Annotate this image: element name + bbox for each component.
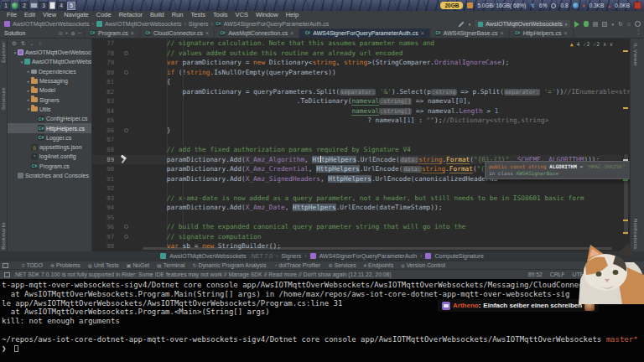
tab-aws4signerforqueryparameterauth-cs[interactable]: C#AWS4SignerForQueryParameterAuth.cs× [299,28,430,38]
gutter-line-85[interactable]: 85 [92,116,146,126]
tree-item-awsiotmqttoverwebsockets[interactable]: ▾AwsIOTMqttOverWebsockets [8,57,91,66]
breadcrumb-item[interactable]: AWS4SignerForQueryParameterAuth.cs [224,21,329,27]
fold-marker-icon[interactable] [124,128,128,132]
tree-item-confighelper-cs[interactable]: C#ConfigHelper.cs [8,114,91,123]
menu-code[interactable]: Code [93,11,115,19]
gutter-line-87[interactable]: 87 [92,135,146,145]
tree-item-httphelpers-cs[interactable]: C#HttpHelpers.cs [8,123,91,132]
code-line-87[interactable] [151,135,630,145]
workspace-4[interactable]: 4 [57,2,65,10]
gutter-line-81[interactable]: 81 [92,77,146,87]
toolwindow-dynamic-program-analysis[interactable]: ↻Dynamic Program Analysis [192,262,266,268]
code-line-83[interactable]: .ToDictionary(nameval:string[] => nameva… [151,96,630,106]
caret-position[interactable]: 89:52 [528,272,543,277]
code-line-84[interactable]: nameval:string[] => nameval.Length > 1 [151,106,630,116]
toolstrip-structure[interactable]: Structure [1,87,6,110]
prev-issue-arrow[interactable]: ∧ [603,41,606,48]
menu-build[interactable]: Build [147,11,168,19]
terminal-window[interactable]: t-app-mqtt-over-websockets-sigv4/Dotnet … [0,279,644,362]
tab-cloudconnector-cs[interactable]: C#CloudConnector.cs× [140,28,215,38]
run-configuration-select[interactable]: AwsIOTMqttOverWebsockets ▾ [475,20,570,28]
menu-window[interactable]: Window [252,11,282,19]
toolstrip-il-viewer[interactable]: IL Viewer [633,44,638,66]
coverage-button[interactable] [602,22,607,27]
toolwindow-endpoints[interactable]: #Endpoints [364,262,394,268]
wrench-icon[interactable] [458,21,464,27]
tree-item-awsiotmqttoverwebsockets[interactable]: ▾AwsIOTMqttOverWebsockets [8,48,91,57]
intention-hammer-icon[interactable] [120,156,127,163]
gutter-line-91[interactable]: 91 [92,174,146,184]
menu-tests[interactable]: Tests [188,11,210,19]
code-line-86[interactable]: } [151,126,630,136]
gutter-line-95[interactable]: 95 [92,213,146,223]
explorer-toolbar-icon[interactable]: ○ [39,40,42,46]
tab-overflow-icon[interactable]: ⋮ [636,28,644,38]
stop-button[interactable] [593,22,598,27]
gutter-line-93[interactable]: 93 [92,194,146,204]
breadcrumb-item[interactable]: Signers [282,253,302,259]
run-button[interactable] [574,21,579,28]
gutter-line-98[interactable]: 98 [92,241,146,251]
menu-run[interactable]: Run [169,11,187,19]
gutter-line-86[interactable]: 86 [92,126,146,136]
panel-header-icon[interactable]: ⚙ [70,30,75,36]
breadcrumb-item[interactable]: AwsIOTMqttOverWebsockets [13,21,90,27]
gutter-line-89[interactable]: 89 [92,155,146,165]
menu-tools[interactable]: Tools [210,11,231,19]
terminal-prompt-line[interactable]: ❯ [2,344,644,354]
editor-gutter[interactable]: 7778798081828384858687888990919293949596… [92,39,146,251]
code-line-92[interactable] [151,184,630,194]
breadcrumb-item[interactable]: Signers [189,21,209,27]
tab-awsmqttconnection-cs[interactable]: C#AwsMqttConnection.cs× [215,28,299,38]
code-line-77[interactable]: // signature calculation. Note that this… [151,39,630,49]
explorer-toolbar-icon[interactable]: ⌄ [29,40,34,47]
breadcrumb-item[interactable]: ComputeSignature [434,253,483,259]
code-line-78[interactable]: // values added outside this routine are… [151,49,630,59]
code-line-97[interactable]: // signature computation [151,232,630,242]
toolwindow-terminal[interactable]: ▤Terminal [157,262,184,268]
fold-marker-icon[interactable] [124,51,128,55]
gutter-line-84[interactable]: 84 [92,106,146,116]
gutter-line-94[interactable]: 94 [92,203,146,213]
tab-aws4signerbase-cs[interactable]: C#AWS4SignerBase.cs× [430,28,510,38]
tab-close-icon[interactable]: × [205,30,209,36]
toolwindow-services[interactable]: ⚙Services [328,262,356,268]
settings-gear-icon[interactable] [635,21,641,27]
workspace-switcher[interactable]: 12345 [0,2,75,10]
workspace-1[interactable]: 1 [2,2,10,10]
tree-item-log4net-config[interactable]: *log4net.config [8,152,91,161]
gutter-line-82[interactable]: 82 [92,87,146,97]
menu-vcs[interactable]: VCS [232,11,252,19]
workspace-2[interactable]: 2 [20,2,29,10]
gutter-line-90[interactable]: 90 [92,164,146,174]
gutter-line-96[interactable]: 96 [92,222,146,232]
panel-header-icon[interactable]: ⊙ [59,30,63,36]
code-line-82[interactable]: paramDictionary = queryParameters.Split(… [151,87,630,97]
toolstrip-explorer[interactable]: Explorer [1,42,6,63]
toolwindow-unit-tests[interactable]: ◍Unit Tests [88,262,119,268]
gutter-line-77[interactable]: 77 [92,39,146,49]
code-line-93[interactable]: // x-amz-date is now added as a query pa… [151,194,630,204]
fold-marker-icon[interactable] [124,70,128,75]
chevron-down-icon[interactable]: ▾ [469,22,471,27]
profiler-icon[interactable]: ↻ [618,21,623,28]
menu-refactor[interactable]: Refactor [116,11,146,19]
tree-item-messaging[interactable]: ▸Messaging [8,76,91,85]
code-line-79[interactable]: var paramDictionary = new Dictionary<str… [151,58,630,68]
fold-marker-icon[interactable] [124,225,128,229]
gutter-line-97[interactable]: 97 [92,232,146,242]
menu-view[interactable]: View [39,11,60,19]
code-line-85[interactable]: ? nameval[1] : "");//Dictionary<string,s… [151,116,630,126]
gutter-line-80[interactable]: 80 [92,68,146,78]
breadcrumb-item[interactable]: AWS4SignerForQueryParameterAuth [319,253,417,259]
tool-window-corner-icon[interactable] [3,263,8,268]
menu-navigate[interactable]: Navigate [60,11,92,19]
tree-item-appsettings-json[interactable]: {}appsettings.json [8,142,91,152]
toolwindow-version-control[interactable]: ψVersion Control [401,262,445,268]
debug-button[interactable] [584,21,589,27]
gutter-line-78[interactable]: 78 [92,49,146,59]
code-area[interactable]: // signature calculation. Note that this… [151,39,630,251]
chevron-down-icon[interactable]: ▾ [611,22,614,27]
fold-marker-icon[interactable] [124,235,128,239]
code-line-81[interactable]: { [151,77,630,87]
